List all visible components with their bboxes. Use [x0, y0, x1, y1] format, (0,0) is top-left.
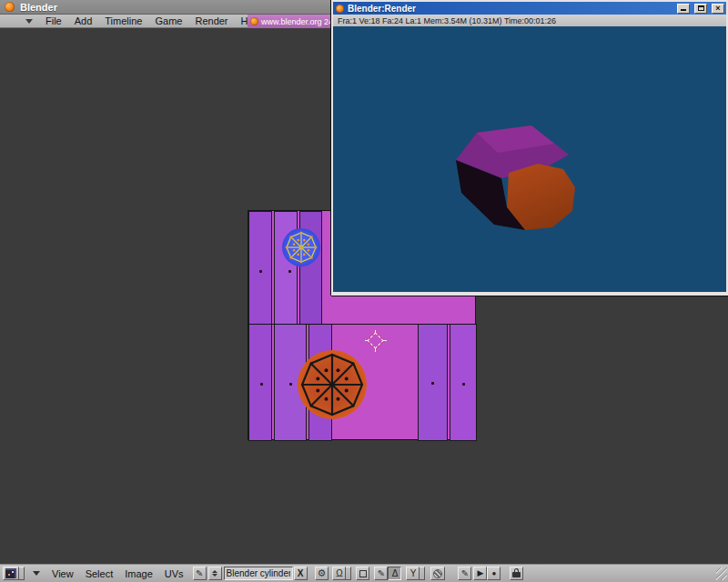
menu-item-image[interactable]: Image	[125, 568, 153, 579]
uv-editor-header: View Select Image UVs ✎ X ⚙ Ω ✎ Δ Y ✎ ▶ …	[0, 564, 728, 582]
menu-item-file[interactable]: File	[46, 15, 62, 26]
uv-row-divider	[248, 324, 475, 325]
editor-type-button[interactable]	[3, 567, 19, 580]
hatched-sphere-icon	[433, 569, 442, 578]
version-banner: www.blender.org 246	[248, 15, 331, 28]
maximize-icon	[698, 5, 704, 11]
uv-image-editor-icon	[5, 568, 16, 578]
uv-face-strip	[248, 211, 272, 325]
resize-grip[interactable]	[716, 567, 727, 580]
header-collapse-icon[interactable]	[25, 19, 33, 24]
uv-face-dot	[431, 382, 434, 385]
menu-item-select[interactable]: Select	[86, 568, 114, 579]
editor-type-dropdown[interactable]	[19, 567, 25, 580]
blender-logo-icon	[5, 2, 15, 12]
render-window-title: Blender:Render	[348, 4, 672, 14]
square-icon	[359, 570, 367, 577]
minimize-icon	[681, 9, 686, 11]
paint-pencil-button[interactable]: ✎	[458, 567, 471, 580]
play-icon: ▶	[478, 569, 484, 577]
uv-face-dot	[288, 270, 291, 273]
matcap-button[interactable]	[430, 567, 445, 580]
version-banner-text: www.blender.org 246	[261, 17, 331, 26]
uv-face-dot	[259, 270, 262, 273]
uv-face-dot	[289, 383, 292, 386]
selected-cap-uv-fan	[278, 225, 324, 270]
uv-face-dot	[462, 383, 465, 386]
datablock-browse-button[interactable]	[208, 567, 222, 580]
browse-arrows-icon	[212, 570, 217, 577]
blender-logo-icon	[250, 17, 258, 25]
brush-button[interactable]: ✎	[193, 567, 207, 580]
record-dot-button[interactable]: ●	[487, 567, 500, 580]
square-button[interactable]	[356, 567, 369, 580]
lock-button[interactable]	[510, 567, 523, 580]
render-stats-bar: Fra:1 Ve:18 Fa:24 La:1 Mem:3.54M (10.31M…	[333, 15, 726, 26]
close-button[interactable]: ×	[712, 4, 724, 14]
maximize-button[interactable]	[694, 4, 707, 14]
render-stats-text: Fra:1 Ve:18 Fa:24 La:1 Mem:3.54M (10.31M…	[338, 16, 556, 25]
triangle-button[interactable]: Δ	[388, 567, 401, 580]
uv-face-dot	[260, 383, 263, 386]
header-collapse-icon[interactable]	[33, 571, 40, 576]
rendered-cylinder	[333, 26, 726, 292]
menu-item-render[interactable]: Render	[195, 15, 228, 26]
menu-item-view[interactable]: View	[52, 568, 74, 579]
brush-icon: ✎	[196, 569, 203, 578]
y-axis-dropdown[interactable]	[420, 567, 425, 580]
gear-icon: ⚙	[318, 568, 327, 578]
y-axis-button[interactable]: Y	[406, 567, 420, 580]
image-properties-button[interactable]: ⚙	[315, 567, 329, 580]
menu-item-add[interactable]: Add	[75, 15, 93, 26]
record-dot-icon: ●	[492, 570, 497, 577]
pencil-icon: ✎	[378, 569, 385, 578]
render-window-titlebar[interactable]: Blender:Render ×	[333, 2, 726, 15]
unlink-image-button[interactable]: X	[294, 567, 308, 580]
render-result-canvas	[333, 26, 726, 292]
uv-2d-cursor[interactable]	[365, 330, 387, 352]
pencil-icon: ✎	[461, 569, 469, 578]
menu-item-timeline[interactable]: Timeline	[105, 15, 142, 26]
render-window: Blender:Render × Fra:1 Ve:18 Fa:24 La:1 …	[331, 0, 728, 296]
main-window-title: Blender	[20, 2, 57, 13]
uv-2d-cursor-diamond	[367, 332, 383, 348]
clip-play-button[interactable]: ▶	[473, 567, 487, 580]
lock-icon	[512, 568, 521, 578]
menu-item-game[interactable]: Game	[155, 15, 182, 26]
omega-dropdown[interactable]	[346, 567, 351, 580]
image-name-field[interactable]	[224, 567, 293, 580]
pencil-button[interactable]: ✎	[374, 567, 388, 580]
cap-uv-fan	[296, 348, 369, 421]
minimize-button[interactable]	[677, 4, 690, 14]
menu-item-uvs[interactable]: UVs	[165, 568, 184, 579]
omega-button[interactable]: Ω	[332, 567, 346, 580]
blender-logo-icon	[336, 5, 344, 13]
